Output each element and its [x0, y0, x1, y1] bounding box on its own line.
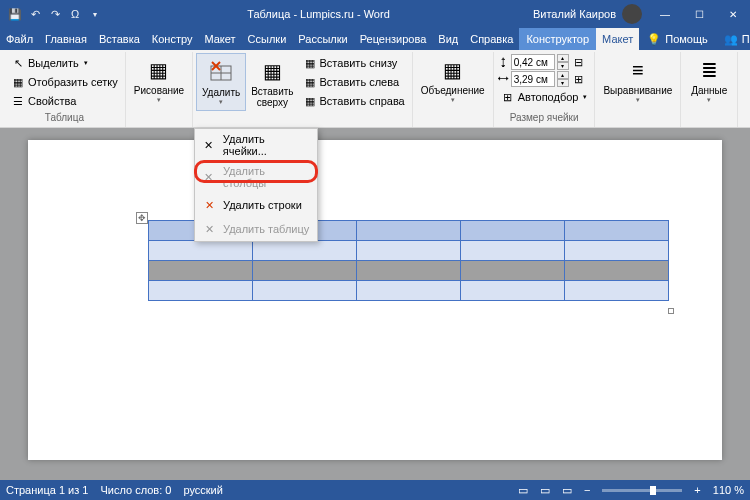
status-bar: Страница 1 из 1 Число слов: 0 русский ▭ … — [0, 480, 750, 500]
group-cell-size: ⭥▴▾⊟ ⭤▴▾⊞ ⊞Автоподбор▾ Размер ячейки — [494, 52, 596, 127]
table-move-handle[interactable]: ✥ — [136, 212, 148, 224]
insert-above-button[interactable]: ▦Вставить сверху — [247, 54, 297, 110]
insert-right-icon: ▦ — [303, 94, 317, 108]
group-rows-cols: Удалить▾ ▦Вставить сверху ▦Вставить сниз… — [193, 52, 413, 127]
quick-access-toolbar: 💾 ↶ ↷ Ω ▾ — [0, 7, 110, 21]
share-icon: 👥 — [724, 33, 738, 46]
status-words[interactable]: Число слов: 0 — [100, 484, 171, 496]
autofit-button[interactable]: ⊞Автоподбор▾ — [498, 88, 591, 106]
height-down[interactable]: ▾ — [557, 62, 569, 70]
delete-button[interactable]: Удалить▾ — [197, 54, 245, 110]
delete-cells-icon: ✕ — [201, 137, 217, 153]
delete-dropdown: ✕Удалить ячейки... ✕Удалить столбцы ✕Уда… — [194, 128, 318, 242]
insert-below-button[interactable]: ▦Вставить снизу — [300, 54, 408, 72]
document-page[interactable]: ✥ — [28, 140, 722, 460]
qat-more-icon[interactable]: ▾ — [88, 7, 102, 21]
insert-left-button[interactable]: ▦Вставить слева — [300, 73, 408, 91]
delete-rows-item[interactable]: ✕Удалить строки — [195, 193, 317, 217]
view-read-icon[interactable]: ▭ — [518, 484, 528, 497]
delete-table-icon: ✕ — [201, 221, 217, 237]
table-draw-icon: ▦ — [145, 56, 173, 84]
document-canvas[interactable]: ✥ — [0, 128, 750, 480]
grid-icon: ▦ — [11, 75, 25, 89]
width-input[interactable] — [511, 71, 555, 87]
zoom-in-button[interactable]: + — [694, 484, 700, 496]
ribbon-tabs: Файл Главная Вставка Констру Макет Ссылк… — [0, 28, 750, 50]
group-draw: ▦Рисование▾ — [126, 52, 193, 127]
select-button[interactable]: ↖Выделить▾ — [8, 54, 121, 72]
view-print-icon[interactable]: ▭ — [540, 484, 550, 497]
close-button[interactable]: ✕ — [716, 0, 750, 28]
help-button[interactable]: 💡Помощь — [639, 28, 716, 50]
delete-table-item[interactable]: ✕Удалить таблицу — [195, 217, 317, 241]
minimize-button[interactable]: — — [648, 0, 682, 28]
tab-help[interactable]: Справка — [464, 28, 519, 50]
insert-above-icon: ▦ — [258, 57, 286, 85]
tab-view[interactable]: Вид — [432, 28, 464, 50]
merge-icon: ▦ — [439, 56, 467, 84]
data-icon: ≣ — [695, 56, 723, 84]
row-height-field[interactable]: ⭥▴▾⊟ — [498, 54, 591, 70]
tab-table-design[interactable]: Конструктор — [519, 28, 596, 50]
view-web-icon[interactable]: ▭ — [562, 484, 572, 497]
share-button[interactable]: 👥Поделиться — [716, 28, 750, 50]
width-down[interactable]: ▾ — [557, 79, 569, 87]
undo-icon[interactable]: ↶ — [28, 7, 42, 21]
tab-layout[interactable]: Макет — [198, 28, 241, 50]
status-page[interactable]: Страница 1 из 1 — [6, 484, 88, 496]
table-row — [149, 281, 669, 301]
tab-review[interactable]: Рецензирова — [354, 28, 433, 50]
tab-design[interactable]: Констру — [146, 28, 199, 50]
col-width-field[interactable]: ⭤▴▾⊞ — [498, 71, 591, 87]
redo-icon[interactable]: ↷ — [48, 7, 62, 21]
user-account[interactable]: Виталий Каиров — [527, 4, 648, 24]
window-title: Таблица - Lumpics.ru - Word — [110, 8, 527, 20]
tab-table-layout[interactable]: Макет — [596, 28, 639, 50]
save-icon[interactable]: 💾 — [8, 7, 22, 21]
insert-right-button[interactable]: ▦Вставить справа — [300, 92, 408, 110]
zoom-thumb[interactable] — [650, 486, 656, 495]
height-input[interactable] — [511, 54, 555, 70]
height-up[interactable]: ▴ — [557, 54, 569, 62]
group-merge: ▦Объединение▾ — [413, 52, 494, 127]
tab-file[interactable]: Файл — [0, 28, 39, 50]
cursor-icon: ↖ — [11, 56, 25, 70]
group-table: ↖Выделить▾ ▦Отобразить сетку ☰Свойства Т… — [4, 52, 126, 127]
align-button[interactable]: ≡Выравнивание▾ — [599, 54, 676, 106]
table-resize-handle[interactable] — [668, 308, 674, 314]
draw-button[interactable]: ▦Рисование▾ — [130, 54, 188, 106]
properties-button[interactable]: ☰Свойства — [8, 92, 121, 110]
insert-below-icon: ▦ — [303, 56, 317, 70]
group-align: ≡Выравнивание▾ — [595, 52, 681, 127]
tab-references[interactable]: Ссылки — [242, 28, 293, 50]
zoom-slider[interactable] — [602, 489, 682, 492]
insert-left-icon: ▦ — [303, 75, 317, 89]
window-controls: — ☐ ✕ — [648, 0, 750, 28]
tab-home[interactable]: Главная — [39, 28, 93, 50]
height-icon: ⭥ — [498, 56, 509, 68]
zoom-level[interactable]: 110 % — [713, 484, 744, 496]
tab-insert[interactable]: Вставка — [93, 28, 146, 50]
delete-cells-item[interactable]: ✕Удалить ячейки... — [195, 129, 317, 161]
title-bar: 💾 ↶ ↷ Ω ▾ Таблица - Lumpics.ru - Word Ви… — [0, 0, 750, 28]
ribbon: ↖Выделить▾ ▦Отобразить сетку ☰Свойства Т… — [0, 50, 750, 128]
distribute-cols-icon[interactable]: ⊞ — [574, 73, 583, 86]
distribute-rows-icon[interactable]: ⊟ — [574, 56, 583, 69]
tab-mailings[interactable]: Рассылки — [292, 28, 353, 50]
delete-columns-icon: ✕ — [201, 169, 217, 185]
properties-icon: ☰ — [11, 94, 25, 108]
table-row-selected — [149, 261, 669, 281]
delete-rows-icon: ✕ — [201, 197, 217, 213]
user-avatar-icon — [622, 4, 642, 24]
merge-button[interactable]: ▦Объединение▾ — [417, 54, 489, 106]
group-label-table: Таблица — [8, 112, 121, 125]
data-button[interactable]: ≣Данные▾ — [685, 54, 733, 106]
status-lang[interactable]: русский — [183, 484, 222, 496]
maximize-button[interactable]: ☐ — [682, 0, 716, 28]
autofit-icon: ⊞ — [501, 90, 515, 104]
delete-columns-item[interactable]: ✕Удалить столбцы — [195, 161, 317, 193]
width-up[interactable]: ▴ — [557, 71, 569, 79]
repeat-icon[interactable]: Ω — [68, 7, 82, 21]
gridlines-button[interactable]: ▦Отобразить сетку — [8, 73, 121, 91]
zoom-out-button[interactable]: − — [584, 484, 590, 496]
